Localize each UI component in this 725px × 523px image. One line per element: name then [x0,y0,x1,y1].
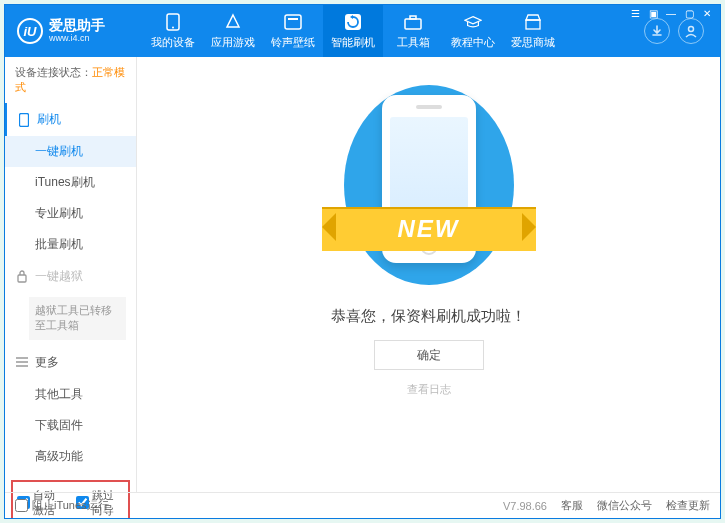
settings-icon[interactable]: ☰ [628,7,642,19]
nav-apps[interactable]: 应用游戏 [203,5,263,57]
brand-url: www.i4.cn [49,34,105,44]
sidebar-section-flash[interactable]: 刷机 [5,103,136,136]
wechat-link[interactable]: 微信公众号 [597,498,652,513]
minimize-icon[interactable]: — [664,7,678,19]
nav-flash[interactable]: 智能刷机 [323,5,383,57]
title-bar: ☰ ▣ — ▢ ✕ iU 爱思助手 www.i4.cn 我的设备 应用游戏 [5,5,720,57]
svg-rect-9 [20,113,29,126]
download-button[interactable] [644,18,670,44]
store-icon [524,13,542,31]
support-link[interactable]: 客服 [561,498,583,513]
user-button[interactable] [678,18,704,44]
section-label: 更多 [35,354,59,371]
nav-label: 我的设备 [151,35,195,50]
jailbreak-note[interactable]: 越狱工具已转移至工具箱 [29,297,126,340]
refresh-icon [344,13,362,31]
svg-rect-5 [405,19,421,29]
body: 设备连接状态：正常模式 刷机 一键刷机 iTunes刷机 专业刷机 批量刷机 一… [5,57,720,492]
success-message: 恭喜您，保资料刷机成功啦！ [331,307,526,326]
sidebar-item-itunes-flash[interactable]: iTunes刷机 [5,167,136,198]
brand-block: iU 爱思助手 www.i4.cn [17,18,127,44]
svg-rect-3 [288,18,298,20]
sidebar: 设备连接状态：正常模式 刷机 一键刷机 iTunes刷机 专业刷机 批量刷机 一… [5,57,137,492]
check-update-link[interactable]: 检查更新 [666,498,710,513]
app-window: ☰ ▣ — ▢ ✕ iU 爱思助手 www.i4.cn 我的设备 应用游戏 [4,4,721,519]
svg-rect-7 [526,20,540,29]
lock-icon [15,270,29,284]
ok-button[interactable]: 确定 [374,340,484,370]
nav-store[interactable]: 爱思商城 [503,5,563,57]
apps-icon [224,13,242,31]
phone-icon [164,13,182,31]
skin-icon[interactable]: ▣ [646,7,660,19]
window-controls: ☰ ▣ — ▢ ✕ [628,7,714,19]
sidebar-item-pro-flash[interactable]: 专业刷机 [5,198,136,229]
list-icon [15,355,29,369]
sidebar-item-other-tools[interactable]: 其他工具 [5,379,136,410]
titlebar-actions [644,18,712,44]
nav-label: 教程中心 [451,35,495,50]
close-icon[interactable]: ✕ [700,7,714,19]
svg-rect-2 [285,15,301,29]
view-log-link[interactable]: 查看日志 [407,382,451,397]
checkbox-input[interactable] [15,499,28,512]
connection-status: 设备连接状态：正常模式 [5,57,136,103]
nav-label: 铃声壁纸 [271,35,315,50]
svg-point-8 [689,27,694,32]
phone-icon [17,113,31,127]
sidebar-section-more[interactable]: 更多 [5,346,136,379]
svg-rect-6 [410,16,416,19]
nav-ringtones[interactable]: 铃声壁纸 [263,5,323,57]
nav-toolbox[interactable]: 工具箱 [383,5,443,57]
nav-label: 智能刷机 [331,35,375,50]
sidebar-item-batch-flash[interactable]: 批量刷机 [5,229,136,260]
new-ribbon: NEW [322,207,536,251]
section-label: 刷机 [37,111,61,128]
wallpaper-icon [284,13,302,31]
nav-tutorials[interactable]: 教程中心 [443,5,503,57]
toolbox-icon [404,13,422,31]
sidebar-section-jailbreak[interactable]: 一键越狱 [5,260,136,293]
top-nav: 我的设备 应用游戏 铃声壁纸 智能刷机 工具箱 教程中心 [143,5,563,57]
nav-label: 爱思商城 [511,35,555,50]
sidebar-item-oneclick-flash[interactable]: 一键刷机 [5,136,136,167]
maximize-icon[interactable]: ▢ [682,7,696,19]
nav-label: 工具箱 [397,35,430,50]
brand-name: 爱思助手 [49,18,105,33]
svg-rect-10 [18,275,26,282]
nav-label: 应用游戏 [211,35,255,50]
main-content: NEW 恭喜您，保资料刷机成功啦！ 确定 查看日志 [137,57,720,492]
connection-label: 设备连接状态： [15,66,92,78]
version-text: V7.98.66 [503,500,547,512]
section-label: 一键越狱 [35,268,83,285]
sidebar-item-download-firmware[interactable]: 下载固件 [5,410,136,441]
phone-illustration: NEW [344,85,514,285]
sidebar-item-advanced[interactable]: 高级功能 [5,441,136,472]
checkbox-label: 阻止iTunes运行 [32,498,109,513]
nav-my-device[interactable]: 我的设备 [143,5,203,57]
status-bar: 阻止iTunes运行 V7.98.66 客服 微信公众号 检查更新 [5,492,720,518]
svg-point-1 [172,26,174,28]
brand-logo-icon: iU [17,18,43,44]
checkbox-block-itunes[interactable]: 阻止iTunes运行 [15,498,109,513]
graduation-icon [464,13,482,31]
